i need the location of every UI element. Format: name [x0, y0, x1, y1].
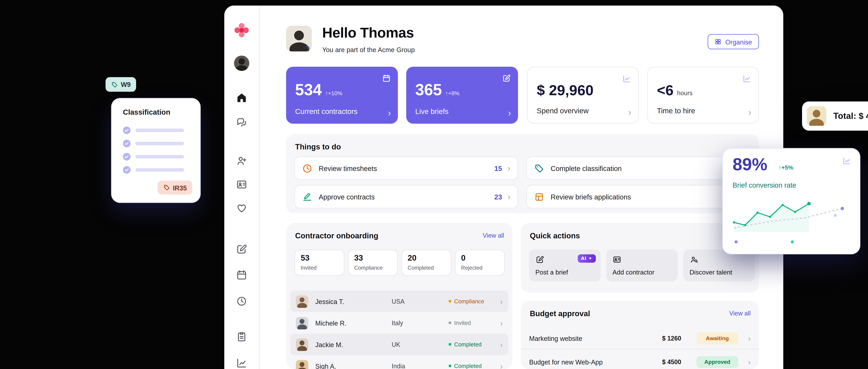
stat-unit: hours: [677, 90, 693, 96]
stat-card-spend-overview[interactable]: $ 29,960 Spend overview ›: [527, 67, 639, 124]
stat-label: Time to hire: [657, 106, 695, 115]
chevron-right-icon[interactable]: ›: [500, 362, 503, 369]
status-badge: Approved: [696, 356, 738, 368]
table-row[interactable]: Jackie M. UK Completed ›: [290, 334, 508, 355]
table-row[interactable]: Jessica T. USA Compliance ›: [290, 290, 508, 312]
table-row[interactable]: Sigh A. India Completed ›: [290, 355, 508, 369]
tag-icon: [111, 81, 118, 88]
home-icon[interactable]: [236, 92, 248, 104]
status-dot: [448, 321, 452, 324]
heart-icon[interactable]: [236, 202, 248, 214]
todo-approve-contracts[interactable]: Approve contracts 23 ›: [294, 185, 518, 208]
chevron-right-icon[interactable]: ›: [388, 108, 391, 117]
onboarding-stat-rejected: 0 Rejected: [455, 250, 505, 276]
stat-value: <6: [657, 83, 674, 97]
post-a-brief-button[interactable]: AI ✦ Post a brief: [529, 250, 601, 281]
avatar: [296, 338, 308, 350]
contractor-onboarding-section: Contractor onboarding View all 53 Invite…: [286, 223, 513, 369]
table-row[interactable]: Michele R. Italy Invited ›: [290, 312, 508, 334]
checklist-item: [123, 166, 184, 174]
todo-count: 23: [494, 193, 502, 200]
clock-icon[interactable]: [236, 295, 248, 307]
person-search-icon: [689, 254, 699, 263]
clipboard-icon[interactable]: [236, 331, 248, 343]
progress-bar: [135, 129, 184, 132]
progress-bar: [135, 142, 184, 145]
add-user-icon[interactable]: [236, 155, 248, 167]
chevron-right-icon[interactable]: ›: [500, 319, 503, 327]
edit-profile-icon[interactable]: ✎: [306, 45, 311, 51]
chart-icon: [622, 74, 631, 83]
stat-label: Live briefs: [415, 107, 448, 115]
todo-review-briefs-applications[interactable]: Review briefs applications ›: [526, 185, 750, 208]
sidebar-user-avatar[interactable]: [234, 56, 249, 71]
stat-card-current-contractors[interactable]: 534 ↑+10% Current contractors ›: [286, 67, 398, 124]
check-circle-icon: [123, 166, 130, 174]
calendar-icon: [382, 73, 391, 82]
avatar: [807, 106, 826, 126]
greeting-title: Hello Thomas: [322, 24, 414, 41]
stat-value: $ 29,960: [537, 83, 593, 97]
clock-icon: [302, 163, 312, 173]
view-all-link[interactable]: View all: [483, 232, 504, 239]
check-circle-icon: [123, 153, 130, 161]
total-paid-card: Total: $ 4,800 Paid: [802, 102, 868, 131]
stat-label: Current contractors: [295, 107, 358, 115]
contract-sign-icon: [302, 192, 312, 202]
ai-badge: AI ✦: [578, 254, 596, 263]
organise-button[interactable]: Organise: [708, 34, 759, 49]
main-content: ✎ Hello Thomas You are part of the Acme …: [260, 5, 783, 369]
calendar-icon[interactable]: [236, 269, 248, 281]
status-dot: [448, 365, 452, 367]
chevron-right-icon[interactable]: ›: [500, 297, 503, 305]
classification-card: Classification IR35: [112, 99, 200, 202]
onboarding-stat-compliance: 33 Compliance: [348, 250, 398, 276]
section-title: Quick actions: [530, 231, 580, 240]
chart-icon[interactable]: [236, 357, 248, 369]
chevron-right-icon[interactable]: ›: [508, 108, 511, 117]
grid-icon: [534, 192, 545, 202]
conversion-sparkline: [731, 192, 850, 247]
chevron-right-icon[interactable]: ›: [748, 334, 751, 342]
contact-card-icon: [613, 254, 621, 263]
section-title: Budget approval: [530, 309, 590, 318]
view-all-link[interactable]: View all: [729, 310, 751, 317]
progress-bar: [135, 168, 184, 172]
conversion-value: 89%: [733, 154, 767, 174]
stat-card-time-to-hire[interactable]: <6 hours Time to hire ›: [647, 67, 759, 124]
section-title: Contractor onboarding: [295, 231, 378, 240]
section-title: Things to do: [295, 142, 341, 151]
stat-value: 534: [295, 82, 322, 98]
budget-row[interactable]: Budget for new Web-App $ 4500 Approved ›: [521, 351, 759, 369]
tag-icon: [163, 184, 170, 191]
todo-count: 15: [494, 164, 502, 172]
checklist-item: [123, 140, 184, 147]
chevron-right-icon[interactable]: ›: [507, 164, 510, 172]
discover-talent-button[interactable]: Discover talent: [683, 250, 755, 281]
status-badge: Completed: [448, 363, 482, 369]
dashboard-window: ✎ Hello Thomas You are part of the Acme …: [224, 5, 783, 369]
avatar: [296, 316, 308, 329]
checklist-item: [123, 153, 184, 161]
stat-label: Spend overview: [537, 106, 589, 115]
budget-row[interactable]: Marketing website $ 1260 Awaiting ›: [521, 327, 759, 349]
brief-conversion-card: 89% ↑+5% Brief conversion rate: [723, 149, 860, 254]
chat-icon[interactable]: [236, 117, 248, 129]
add-contractor-button[interactable]: Add contractor: [606, 250, 678, 281]
stat-card-live-briefs[interactable]: 365 ↑+8% Live briefs ›: [406, 67, 518, 124]
chevron-right-icon[interactable]: ›: [748, 358, 751, 366]
onboarding-stat-invited: 53 Invited: [294, 250, 344, 276]
compose-icon[interactable]: [236, 243, 248, 255]
chevron-right-icon[interactable]: ›: [500, 340, 503, 348]
chart-icon: [842, 155, 851, 165]
chevron-right-icon[interactable]: ›: [628, 108, 631, 117]
todo-complete-classification[interactable]: Complete classification ›: [526, 157, 750, 180]
contact-card-icon[interactable]: [236, 178, 248, 191]
compose-icon: [535, 254, 545, 263]
chevron-right-icon[interactable]: ›: [748, 108, 751, 117]
w9-tag: W9: [105, 77, 136, 92]
status-badge: Invited: [448, 320, 471, 326]
chevron-right-icon[interactable]: ›: [507, 193, 510, 201]
todo-review-timesheets[interactable]: Review timesheets 15 ›: [294, 157, 518, 180]
ir35-tag: IR35: [158, 181, 192, 195]
